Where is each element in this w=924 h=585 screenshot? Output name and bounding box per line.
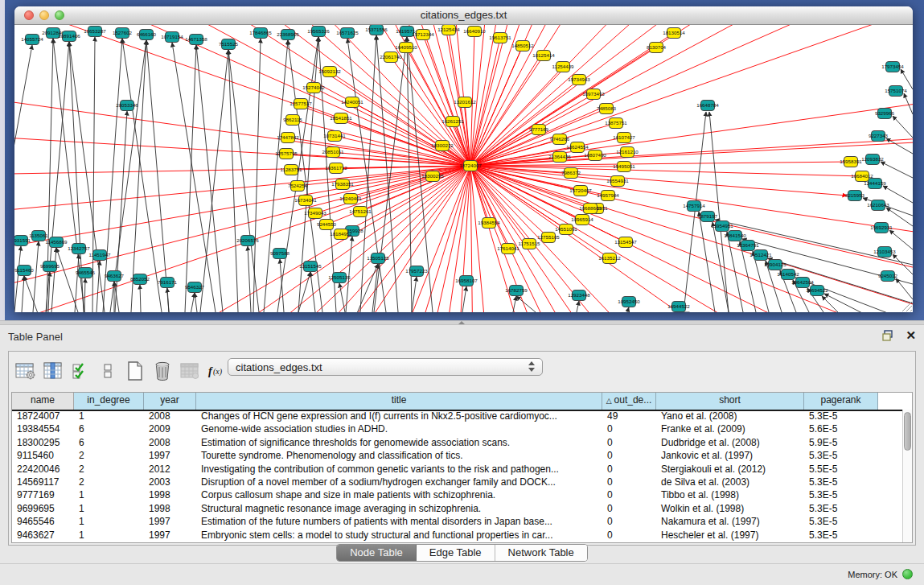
- graph-node[interactable]: 19361712: [325, 163, 347, 174]
- cell-out-de-[interactable]: 0: [602, 463, 656, 476]
- network-window-titlebar[interactable]: citations_edges.txt: [14, 6, 913, 25]
- cell-pagerank[interactable]: 5.3E-5: [804, 515, 878, 528]
- cell-pagerank[interactable]: 5.3E-5: [804, 502, 878, 515]
- resize-grip-icon[interactable]: [902, 302, 912, 311]
- graph-node[interactable]: 14240051: [341, 97, 363, 108]
- graph-node[interactable]: 10240401: [339, 194, 362, 204]
- cell-name[interactable]: 19384554: [12, 422, 74, 435]
- graph-node[interactable]: 16648784: [696, 101, 719, 111]
- graph-node[interactable]: 12923448: [568, 290, 590, 301]
- graph-node[interactable]: 16640910: [463, 27, 486, 37]
- graph-node[interactable]: 14850512: [511, 41, 534, 51]
- cell-name[interactable]: 9465546: [12, 515, 74, 528]
- graph-node[interactable]: 12505135: [328, 273, 351, 283]
- graph-node[interactable]: 12342757: [68, 244, 90, 254]
- cell-short[interactable]: Yano et al. (2008): [656, 410, 804, 422]
- graph-node[interactable]: 9862115: [283, 115, 302, 126]
- network-canvas[interactable]: 1405572420912846208914061065328715276026…: [14, 25, 913, 312]
- cell-year[interactable]: 1997: [144, 449, 196, 462]
- graph-node[interactable]: 22061740: [380, 52, 402, 63]
- graph-node[interactable]: 8130704: [647, 43, 667, 53]
- graph-node[interactable]: 13151545: [299, 262, 322, 272]
- table-row[interactable]: 977716911998Corpus callosum shape and si…: [12, 488, 902, 501]
- cell-name[interactable]: 22420046: [12, 463, 74, 476]
- cell-pagerank[interactable]: 5.5E-5: [804, 463, 878, 476]
- column-header-out-de-[interactable]: △out_de...: [602, 393, 656, 410]
- graph-node[interactable]: 17846865: [249, 28, 272, 39]
- cell-pagerank[interactable]: 5.9E-5: [804, 436, 878, 449]
- tab-edge-table[interactable]: Edge Table: [417, 545, 495, 561]
- graph-node[interactable]: 18130514: [663, 28, 685, 39]
- graph-node[interactable]: 10731441: [323, 131, 346, 142]
- cell-year[interactable]: 1998: [144, 488, 196, 501]
- cell-pagerank[interactable]: 5.3E-5: [804, 529, 878, 542]
- graph-node[interactable]: 11751515: [518, 239, 540, 249]
- graph-node[interactable]: 12575795: [275, 149, 298, 159]
- table-vertical-scrollbar[interactable]: [902, 410, 912, 542]
- column-header-title[interactable]: title: [196, 393, 602, 410]
- cell-out-de-[interactable]: 0: [602, 502, 656, 515]
- graph-node[interactable]: 15958391: [840, 157, 862, 167]
- graph-node[interactable]: 16571625: [336, 28, 359, 39]
- cell-short[interactable]: Franke et al. (2009): [656, 422, 804, 435]
- graph-node[interactable]: 17973454: [881, 62, 904, 72]
- cell-short[interactable]: Nakamura et al. (1997): [656, 515, 804, 528]
- delete-table-icon[interactable]: [150, 359, 175, 383]
- cell-year[interactable]: 1997: [144, 529, 196, 542]
- graph-node[interactable]: 13624554: [566, 142, 589, 153]
- column-header-year[interactable]: year: [144, 393, 196, 410]
- cell-title[interactable]: Structural magnetic resonance image aver…: [196, 502, 602, 515]
- cell-out-de-[interactable]: 49: [602, 410, 656, 422]
- function-icon[interactable]: f(x): [205, 359, 229, 383]
- graph-node[interactable]: 19384554: [478, 218, 500, 229]
- table-settings-icon[interactable]: [14, 359, 38, 383]
- graph-node[interactable]: 14751261: [349, 207, 372, 217]
- cell-short[interactable]: Wolkin et al. (1998): [656, 502, 804, 515]
- cell-in-degree[interactable]: 6: [74, 422, 144, 435]
- cell-short[interactable]: Hescheler et al. (1997): [656, 529, 804, 542]
- graph-node[interactable]: 13875751: [605, 118, 627, 129]
- table-selector-dropdown[interactable]: citations_edges.txt: [228, 358, 543, 376]
- cell-year[interactable]: 1997: [144, 515, 196, 528]
- graph-node[interactable]: 10719154: [161, 32, 183, 43]
- cell-out-de-[interactable]: 0: [602, 488, 656, 501]
- graph-node[interactable]: 16409510: [395, 43, 417, 53]
- graph-node[interactable]: 10554931: [606, 176, 629, 187]
- table-row[interactable]: 946554611997Estimation of the future num…: [12, 515, 902, 528]
- tab-network-table[interactable]: Network Table: [495, 545, 587, 561]
- graph-node[interactable]: 13154547: [614, 237, 637, 248]
- graph-node[interactable]: 11254439: [552, 62, 574, 72]
- graph-node[interactable]: 17938351: [331, 179, 354, 190]
- import-table-icon[interactable]: [178, 359, 202, 383]
- cell-in-degree[interactable]: 1: [74, 488, 144, 501]
- graph-node[interactable]: 15692931: [870, 223, 893, 233]
- table-row[interactable]: 969969511998Structural magnetic resonanc…: [12, 502, 902, 515]
- graph-node[interactable]: 12577517: [290, 99, 312, 109]
- graph-node[interactable]: 7524254: [288, 181, 308, 192]
- cell-year[interactable]: 2008: [144, 410, 196, 422]
- cell-out-de-[interactable]: 0: [602, 476, 656, 488]
- table-row[interactable]: 1872400712008Changes of HCN gene express…: [12, 410, 902, 422]
- cell-title[interactable]: Changes of HCN gene expression and I(f) …: [196, 410, 602, 422]
- column-icon[interactable]: [41, 359, 65, 383]
- graph-node[interactable]: 9115460: [14, 266, 34, 276]
- graph-node[interactable]: 9227343: [869, 131, 889, 142]
- cell-out-de-[interactable]: 0: [602, 449, 656, 462]
- cell-title[interactable]: Disruption of a novel member of a sodium…: [196, 476, 602, 488]
- graph-node[interactable]: 16107427: [613, 133, 635, 143]
- cell-out-de-[interactable]: 0: [602, 422, 656, 435]
- scrollbar-thumb[interactable]: [904, 412, 911, 451]
- cell-short[interactable]: Dudbridge et al. (2008): [656, 436, 804, 449]
- rows-icon[interactable]: [96, 359, 120, 383]
- graph-node[interactable]: 20891406: [58, 31, 80, 42]
- cell-short[interactable]: de Silva et al. (2003): [656, 476, 804, 488]
- graph-node[interactable]: 12103453: [873, 247, 896, 257]
- cell-pagerank[interactable]: 5.3E-5: [804, 476, 878, 488]
- cell-title[interactable]: Estimation of significance thresholds fo…: [196, 436, 602, 449]
- graph-node[interactable]: 28053346: [116, 101, 138, 111]
- graph-node[interactable]: 10952450: [618, 297, 640, 307]
- graph-node[interactable]: 14671358: [185, 35, 207, 45]
- graph-node[interactable]: 7916171: [158, 278, 178, 288]
- cell-title[interactable]: Tourette syndrome. Phenomenology and cla…: [196, 449, 602, 462]
- graph-node[interactable]: 9546327: [185, 282, 205, 293]
